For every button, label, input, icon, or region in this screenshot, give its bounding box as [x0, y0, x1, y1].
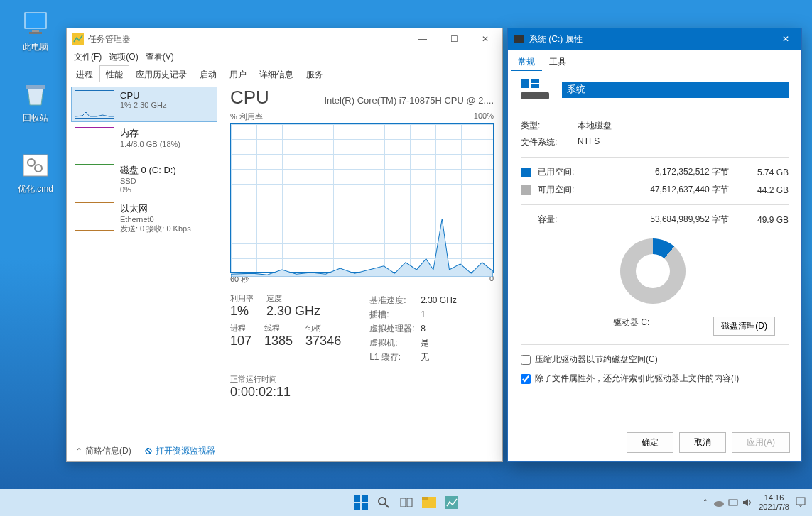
graph-ymax: 100%: [474, 111, 494, 122]
sidebar-item-memory[interactable]: 内存1.4/8.0 GB (18%): [71, 123, 217, 159]
notifications-icon[interactable]: [795, 496, 806, 509]
svg-rect-2: [29, 32, 42, 34]
stat-thr-label: 线程: [264, 323, 293, 334]
net-thumb: [75, 202, 114, 231]
sidebar-item-cpu[interactable]: CPU1% 2.30 GHz: [71, 87, 217, 122]
resmon-icon: 🛇: [144, 446, 153, 456]
menubar: 文件(F) 选项(O) 查看(V): [67, 50, 502, 65]
info-vm-value: 是: [421, 338, 429, 348]
sidebar-item-ethernet[interactable]: 以太网Ethernet0发送: 0 接收: 0 Kbps: [71, 199, 217, 238]
compress-check-input[interactable]: [521, 355, 531, 365]
tab-details[interactable]: 详细信息: [253, 65, 300, 82]
titlebar[interactable]: 任务管理器 — ☐ ✕: [67, 28, 502, 50]
network-icon[interactable]: [727, 497, 739, 508]
sidebar-item-detail: 1% 2.30 GHz: [120, 101, 166, 109]
gear-icon: [21, 150, 50, 180]
svg-rect-9: [531, 79, 539, 83]
sidebar-item-detail: 1.4/8.0 GB (18%): [120, 140, 180, 148]
tab-performance[interactable]: 性能: [99, 65, 129, 82]
close-button[interactable]: ✕: [470, 28, 501, 50]
drive-letter-label: 驱动器 C:: [613, 317, 649, 336]
cpu-graph[interactable]: [230, 123, 494, 273]
search-button[interactable]: [374, 493, 394, 512]
volume-icon[interactable]: [742, 497, 753, 508]
stat-speed-value: 2.30 GHz: [266, 304, 320, 319]
task-manager-window: 任务管理器 — ☐ ✕ 文件(F) 选项(O) 查看(V) 进程 性能 应用历史…: [66, 28, 503, 462]
taskmgr-button[interactable]: [442, 493, 462, 512]
drive-icon: [521, 79, 549, 99]
menu-file[interactable]: 文件(F): [71, 50, 104, 65]
svg-rect-0: [25, 13, 46, 28]
apply-button[interactable]: 应用(A): [732, 432, 790, 453]
stat-util-value: 1%: [230, 304, 254, 319]
tab-startup[interactable]: 启动: [193, 65, 223, 82]
tab-history[interactable]: 应用历史记录: [129, 65, 193, 82]
sidebar-item-disk[interactable]: 磁盘 0 (C: D:)SSD0%: [71, 160, 217, 197]
svg-rect-19: [407, 498, 412, 507]
chevron-up-icon: ⌃: [75, 446, 82, 456]
maximize-button[interactable]: ☐: [438, 28, 470, 50]
used-gb: 5.74 GB: [749, 168, 789, 177]
svg-rect-21: [422, 497, 428, 500]
svg-line-17: [385, 504, 389, 507]
window-title: 任务管理器: [88, 33, 131, 45]
index-checkbox[interactable]: 除了文件属性外，还允许索引此驱动器上文件的内容(I): [521, 373, 789, 385]
cpu-thumb: [75, 90, 114, 119]
ok-button[interactable]: 确定: [627, 432, 673, 453]
cpu-model: Intel(R) Core(TM) i7-10875H CPU @ 2....: [324, 95, 494, 106]
desktop: 此电脑 回收站 优化.cmd 任务管理器 — ☐ ✕ 文件(F) 选项(O) 查…: [0, 0, 812, 490]
explorer-button[interactable]: [419, 493, 439, 512]
onedrive-icon[interactable]: [713, 497, 725, 508]
minimize-button[interactable]: —: [407, 28, 438, 50]
tab-general[interactable]: 常规: [511, 53, 542, 71]
close-button[interactable]: ✕: [770, 28, 801, 50]
window-title: 系统 (C:) 属性: [529, 33, 583, 45]
info-sock-label: 插槽:: [369, 307, 421, 322]
free-bytes: 47,512,637,440 字节: [595, 184, 749, 196]
drive-name-input[interactable]: [562, 82, 789, 98]
tab-processes[interactable]: 进程: [70, 65, 99, 82]
desktop-icon-thispc[interactable]: 此电脑: [11, 9, 60, 53]
stat-proc-value: 107: [230, 334, 251, 348]
time-text: 14:16: [759, 493, 789, 503]
info-l1-label: L1 缓存:: [369, 350, 421, 364]
mem-thumb: [75, 127, 114, 155]
svg-rect-11: [521, 92, 549, 99]
svg-rect-1: [32, 30, 39, 32]
tab-tools[interactable]: 工具: [542, 53, 573, 71]
tab-users[interactable]: 用户: [223, 65, 253, 82]
sidebar-item-detail2: 0%: [120, 185, 176, 194]
titlebar[interactable]: 系统 (C:) 属性 ✕: [508, 28, 801, 50]
fs-value: NTFS: [578, 136, 600, 148]
disk-cleanup-button[interactable]: 磁盘清理(D): [713, 317, 775, 336]
resource-monitor-link[interactable]: 🛇打开资源监视器: [144, 445, 215, 457]
sidebar-item-detail2: 发送: 0 接收: 0 Kbps: [120, 224, 191, 234]
desktop-icon-cmd[interactable]: 优化.cmd: [11, 150, 60, 195]
app-icon: [72, 33, 84, 45]
fewer-details-link[interactable]: ⌃简略信息(D): [75, 445, 131, 457]
tab-services[interactable]: 服务: [300, 65, 330, 82]
taskview-button[interactable]: [396, 493, 416, 512]
free-gb: 44.2 GB: [749, 185, 789, 195]
cancel-button[interactable]: 取消: [679, 432, 726, 453]
graph-ylabel: % 利用率: [230, 111, 263, 122]
index-check-input[interactable]: [521, 374, 531, 384]
start-button[interactable]: [351, 493, 371, 512]
tabs: 进程 性能 应用历史记录 启动 用户 详细信息 服务: [67, 65, 502, 82]
compress-checkbox[interactable]: 压缩此驱动器以节约磁盘空间(C): [521, 353, 789, 366]
used-label: 已用空间:: [538, 166, 595, 178]
desktop-icon-recycle[interactable]: 回收站: [11, 79, 60, 124]
sidebar: CPU1% 2.30 GHz 内存1.4/8.0 GB (18%) 磁盘 0 (…: [67, 82, 222, 441]
fs-label: 文件系统:: [521, 136, 578, 148]
date-text: 2021/7/8: [759, 503, 789, 512]
recycle-icon: [21, 79, 50, 109]
stat-util-label: 利用率: [230, 293, 254, 304]
clock[interactable]: 14:16 2021/7/8: [759, 493, 789, 512]
menu-view[interactable]: 查看(V): [143, 50, 177, 65]
sidebar-item-name: 内存: [120, 127, 180, 140]
menu-options[interactable]: 选项(O): [106, 50, 141, 65]
type-value: 本地磁盘: [578, 120, 612, 132]
tray-chevron-icon[interactable]: ˄: [703, 498, 708, 507]
info-vproc-value: 8: [421, 324, 426, 334]
info-vm-label: 虚拟机:: [369, 336, 421, 350]
